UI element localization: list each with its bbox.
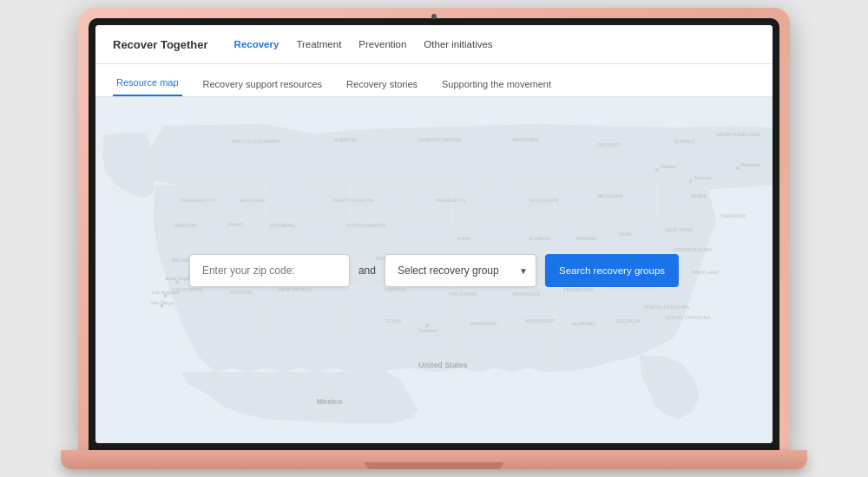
tab-supporting[interactable]: Supporting the movement <box>438 79 555 96</box>
laptop-screen-shell: Recover Together Recovery Treatment Prev… <box>78 8 790 450</box>
map-label-mi: MICHIGAN <box>597 193 622 199</box>
map-label-md: MARYLAND <box>691 270 719 275</box>
search-overlay: and Select recovery group Alcoholics Ano… <box>189 254 679 287</box>
map-label-wy: WYOMING <box>270 224 296 229</box>
map-label-mn: MINNESOTA <box>436 198 465 203</box>
search-button[interactable]: Search recovery groups <box>545 254 679 287</box>
map-label-usa: United States <box>418 361 467 369</box>
map-label-toronto: Toronto <box>694 175 712 180</box>
nav-links: Recovery Treatment Prevention Other init… <box>234 37 493 51</box>
map-label-nm: NEW MEXICO <box>279 287 312 292</box>
map-label-sk: SASKATCHEWAN <box>418 137 461 142</box>
map-label-houston: Houston <box>418 328 437 333</box>
svg-point-21 <box>736 167 740 170</box>
map-label-ms: MISSISSIPPI <box>525 318 556 323</box>
laptop-base <box>61 450 807 469</box>
map-label-ottawa: Ottawa <box>661 164 677 169</box>
map-label-sandiego: San Diego <box>150 300 174 305</box>
map-label-oh: OHIO <box>619 232 632 237</box>
nav-link-treatment[interactable]: Treatment <box>296 37 341 51</box>
map-label-ks: KANSAS <box>385 287 405 292</box>
map-label-al: ALABAMA <box>572 321 596 326</box>
map-label-ga: GEORGIA <box>616 318 640 323</box>
and-label: and <box>358 265 376 277</box>
map-label-pa: PENNSYLVANIA <box>674 247 712 252</box>
svg-point-20 <box>689 180 693 183</box>
map-label-sc: SOUTH CAROLINA <box>666 315 711 320</box>
map-container: BRITISH COLUMBIA ALBERTA SASKATCHEWAN MA… <box>95 97 773 443</box>
map-label-il: ILLINOIS <box>529 236 550 241</box>
nav-link-recovery[interactable]: Recovery <box>234 37 279 51</box>
map-label-nl: NEWFOUNDLAND <box>716 132 760 137</box>
map-label-tx: TEXAS <box>385 318 401 323</box>
map-label-or: OREGON <box>174 224 196 229</box>
map-label-on: ONTARIO <box>597 142 621 147</box>
map-label-montreal: Montreal <box>740 162 760 167</box>
map-label-ia: IOWA <box>457 236 470 241</box>
brand-name: Recover Together <box>113 38 208 51</box>
map-label-la: Los Angeles <box>152 290 180 295</box>
map-label-lasvegas: ●Las Vegas <box>165 276 192 281</box>
map-label-az: ARIZONA <box>230 290 253 295</box>
map-label-me: MAINE <box>691 193 707 199</box>
group-select-wrapper: Select recovery group Alcoholics Anonymo… <box>385 254 536 287</box>
tab-recovery-support[interactable]: Recovery support resources <box>200 79 326 96</box>
map-label-mb: MANITOBA <box>512 137 539 142</box>
sub-tabs: Resource map Recovery support resources … <box>95 64 773 97</box>
map-label-ny: NEW YORK <box>666 227 694 232</box>
map-label-nc: NORTH CAROLINA <box>644 304 689 310</box>
zip-code-input[interactable] <box>189 254 350 287</box>
map-label-wi: WISCONSIN <box>529 198 559 203</box>
map-label-bc: BRITISH COLUMBIA <box>232 139 279 144</box>
nav-link-other[interactable]: Other initiatives <box>424 37 492 51</box>
group-select[interactable]: Select recovery group Alcoholics Anonymo… <box>385 254 536 287</box>
map-label-qc: QUEBEC <box>674 139 696 144</box>
svg-point-19 <box>655 168 659 172</box>
map-label-la: LOUISIANA <box>470 321 496 326</box>
map-label-in: INDIANA <box>576 236 597 241</box>
svg-point-25 <box>425 323 429 327</box>
screen-content: Recover Together Recovery Treatment Prev… <box>95 25 773 443</box>
map-label-vt: VERMONT <box>720 213 746 219</box>
tab-resource-map[interactable]: Resource map <box>113 77 182 96</box>
map-label-mexico: Mexico <box>317 397 343 406</box>
map-label-ar: ARKANSAS <box>512 291 540 297</box>
map-label-ok: OKLAHOMA <box>449 291 477 297</box>
nav-link-prevention[interactable]: Prevention <box>358 37 406 51</box>
map-label-nd: NORTH DAKOTA <box>333 198 373 203</box>
tab-recovery-stories[interactable]: Recovery stories <box>343 79 421 96</box>
map-label-tn: TENNESSEE <box>563 287 595 292</box>
map-label-wa: WASHINGTON <box>181 198 215 203</box>
laptop-screen: Recover Together Recovery Treatment Prev… <box>89 18 779 450</box>
map-label-sd: SOUTH DAKOTA <box>346 224 386 229</box>
map-label-ab: ALBERTA <box>333 137 356 142</box>
main-nav: Recover Together Recovery Treatment Prev… <box>95 25 773 64</box>
map-label-mt: MONTANA <box>240 198 266 203</box>
laptop-camera <box>431 14 437 19</box>
map-label-id: IDAHO <box>227 222 244 227</box>
